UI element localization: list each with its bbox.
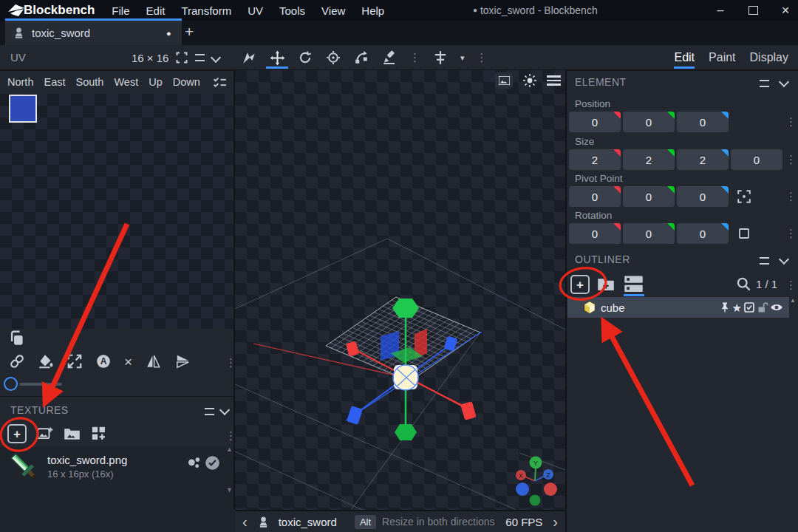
textures-menu-icon[interactable]: [205, 408, 214, 415]
gizmo-z-handle-left[interactable]: [347, 406, 363, 425]
add-cube-button[interactable]: +: [570, 275, 590, 294]
rotation-y-input[interactable]: 0: [623, 223, 675, 244]
brush-tool[interactable]: [381, 48, 398, 67]
size-x-input[interactable]: 2: [569, 149, 621, 170]
cube-name[interactable]: cube: [601, 301, 625, 314]
menu-transform[interactable]: Transform: [173, 4, 239, 17]
viewport-menu-icon[interactable]: [545, 74, 562, 87]
face-tab-south[interactable]: South: [75, 76, 103, 88]
move-tool[interactable]: [269, 48, 285, 67]
pin-icon[interactable]: [719, 301, 731, 313]
toolbar-overflow-dots[interactable]: ⋮: [409, 51, 420, 64]
toolbar-overflow-dots-2[interactable]: ⋮: [477, 51, 488, 64]
pivot-tool[interactable]: [325, 48, 341, 67]
link-uv-icon[interactable]: [9, 353, 25, 369]
particle-texture-icon[interactable]: [186, 455, 202, 471]
star-icon[interactable]: ★: [732, 302, 742, 313]
size-z-input[interactable]: 2: [677, 149, 729, 170]
mirror-y-icon[interactable]: [174, 353, 191, 369]
outliner-menu-icon[interactable]: [760, 257, 769, 265]
size-dots[interactable]: ⋮: [785, 153, 797, 166]
position-y-input[interactable]: 0: [623, 112, 675, 132]
uv-editor-canvas[interactable]: [0, 94, 235, 329]
visibility-eye-icon[interactable]: [770, 301, 783, 313]
import-texture-icon[interactable]: [37, 426, 53, 441]
nav-neg-z-ball[interactable]: [516, 482, 529, 496]
rotation-dots[interactable]: ⋮: [785, 227, 797, 240]
clear-uv-icon[interactable]: ×: [124, 355, 132, 369]
pivot-x-input[interactable]: 0: [569, 186, 621, 207]
uv-selection-box[interactable]: [9, 95, 37, 123]
transform-gizmo-tool[interactable]: [241, 48, 257, 67]
snap-align-tool[interactable]: [432, 48, 449, 67]
face-tab-up[interactable]: Up: [149, 76, 163, 88]
size-inflate-input[interactable]: 0: [731, 149, 782, 170]
export-checkbox-icon[interactable]: [743, 301, 755, 313]
face-tab-east[interactable]: East: [44, 76, 65, 88]
status-forward-icon[interactable]: ›: [553, 514, 558, 529]
outliner-view-toggle-button[interactable]: [624, 275, 644, 293]
texture-scroll-down-icon[interactable]: ▼: [226, 486, 233, 494]
maximize-button[interactable]: [737, 0, 769, 21]
lighting-sun-icon[interactable]: [522, 72, 538, 89]
create-texture-button[interactable]: +: [7, 424, 27, 443]
copy-uv-icon[interactable]: [9, 330, 24, 347]
menu-uv[interactable]: UV: [239, 4, 271, 17]
resize-tool[interactable]: [353, 48, 369, 67]
size-y-input[interactable]: 2: [623, 149, 675, 170]
nav-neg-y-ball[interactable]: [530, 495, 541, 506]
nav-neg-x-ball[interactable]: [544, 482, 557, 496]
mode-tab-display[interactable]: Display: [750, 51, 788, 64]
position-z-input[interactable]: 0: [677, 112, 729, 132]
tab-toxic-sword[interactable]: toxic_sword ●: [5, 21, 182, 45]
mode-tab-edit[interactable]: Edit: [674, 51, 695, 64]
menu-file[interactable]: File: [103, 4, 137, 17]
mode-tab-paint[interactable]: Paint: [709, 51, 735, 64]
snap-dropdown-caret[interactable]: ▾: [460, 53, 465, 63]
uv-opacity-slider-track[interactable]: [19, 383, 62, 386]
uv-opacity-slider-knob[interactable]: [4, 377, 18, 391]
rescale-toggle-button[interactable]: [734, 224, 754, 243]
menu-tools[interactable]: Tools: [271, 4, 313, 17]
center-pivot-button[interactable]: [734, 187, 754, 206]
menu-help[interactable]: Help: [353, 4, 392, 17]
expand-uv-icon[interactable]: [66, 353, 83, 369]
face-checklist-icon[interactable]: [213, 76, 227, 89]
import-texture-folder-icon[interactable]: [64, 426, 81, 441]
lock-open-icon[interactable]: [757, 301, 768, 313]
close-button[interactable]: ×: [769, 0, 798, 21]
auto-uv-badge-icon[interactable]: A: [95, 353, 112, 369]
texture-scroll-up-icon[interactable]: ▲: [226, 446, 233, 453]
pivot-y-input[interactable]: 0: [623, 186, 675, 207]
face-tab-down[interactable]: Down: [173, 76, 200, 88]
texture-assigned-check-icon[interactable]: [205, 455, 220, 471]
status-model-name[interactable]: toxic_sword: [279, 516, 337, 528]
gizmo-x-handle-right[interactable]: [460, 401, 476, 420]
status-back-icon[interactable]: ‹: [242, 514, 248, 529]
rotation-x-input[interactable]: 0: [569, 223, 621, 244]
fullscreen-brackets-icon[interactable]: [176, 52, 188, 64]
mirror-x-icon[interactable]: [145, 353, 162, 369]
panel-menu-icon[interactable]: [195, 54, 205, 61]
rotation-z-input[interactable]: 0: [677, 223, 729, 244]
texture-item[interactable]: toxic_sword.png 16 x 16px (16x): [0, 447, 235, 484]
face-tab-north[interactable]: North: [7, 76, 33, 88]
cube-icon[interactable]: [583, 301, 596, 314]
uv-size-value[interactable]: 16 × 16: [132, 52, 168, 64]
rotate-tool[interactable]: [297, 48, 313, 67]
background-image-button[interactable]: [495, 72, 513, 89]
append-palette-icon[interactable]: [91, 426, 107, 442]
gizmo-y-handle-bottom[interactable]: [395, 424, 417, 440]
menu-edit[interactable]: Edit: [138, 4, 174, 17]
new-tab-button[interactable]: +: [185, 24, 194, 39]
panel-collapse-icon[interactable]: [211, 52, 221, 63]
pivot-z-input[interactable]: 0: [677, 186, 729, 207]
element-collapse-icon[interactable]: [779, 77, 789, 87]
menu-view[interactable]: View: [313, 4, 353, 17]
element-menu-icon[interactable]: [760, 80, 769, 87]
outliner-cube-row[interactable]: cube ★: [567, 297, 789, 318]
position-x-input[interactable]: 0: [569, 112, 621, 132]
outliner-scroll-up-icon[interactable]: ▲: [790, 297, 796, 304]
textures-collapse-icon[interactable]: [219, 405, 230, 415]
face-tab-west[interactable]: West: [114, 76, 138, 88]
